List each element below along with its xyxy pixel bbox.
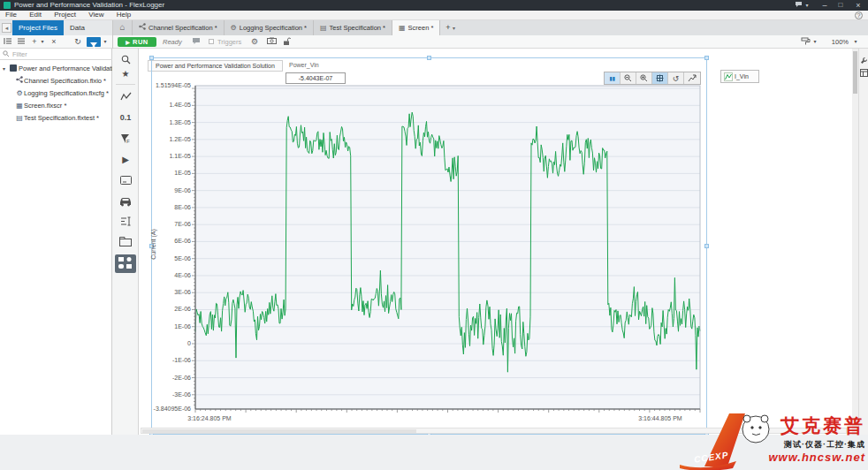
selection-handle[interactable]: [704, 244, 709, 248]
horizontal-scrollbar-thumb[interactable]: [142, 429, 416, 433]
tab-test-specification[interactable]: ▤ Test Specification *: [314, 20, 392, 35]
tab-home[interactable]: ⌂: [113, 20, 133, 35]
tree-item-channel-spec[interactable]: Channel Specification.flxio *: [15, 75, 106, 87]
zoom-out-icon: [624, 74, 632, 82]
selection-handle[interactable]: [149, 56, 154, 60]
pause-button[interactable]: ▮▮: [605, 72, 621, 84]
screenshot-icon[interactable]: [265, 37, 278, 48]
y-tick-label: -2E-06: [172, 375, 191, 381]
tab-channel-specification[interactable]: Channel Specification *: [133, 20, 225, 35]
tab-label: Logging Specification *: [240, 20, 307, 35]
menu-view[interactable]: View: [83, 11, 109, 19]
add-caret-icon[interactable]: ▾: [39, 37, 46, 47]
dashboard-tool-selected[interactable]: [115, 254, 136, 273]
zoom-caret-icon[interactable]: ▾: [852, 37, 859, 47]
test-spec-icon: ▤: [15, 112, 24, 124]
tree-item-logging-spec[interactable]: ⚙Logging Specification.flxcfg *: [15, 87, 109, 99]
zoom-level[interactable]: 100%: [832, 37, 849, 47]
y-tick-label: 8E-06: [174, 204, 191, 210]
left-panel-tabs: ◂ Project Files Data: [0, 20, 113, 35]
app-icon: [4, 2, 11, 9]
y-tick-label: 1.3E-05: [169, 119, 191, 125]
reset-zoom-button[interactable]: ↺: [668, 72, 684, 84]
menu-edit[interactable]: Edit: [24, 11, 47, 19]
svg-text:F: F: [126, 139, 130, 144]
style-roller-icon[interactable]: [799, 37, 811, 49]
add-item-icon[interactable]: +: [30, 37, 39, 47]
tree-toolbar: + ▾ × ↻ ▾: [0, 35, 113, 49]
numeric-indicator-tool[interactable]: 0.1: [112, 113, 139, 122]
tab-project-files[interactable]: Project Files: [12, 20, 64, 35]
maximize-button[interactable]: □: [834, 0, 847, 11]
pan-icon: [656, 74, 664, 82]
tab-data[interactable]: Data: [64, 20, 91, 35]
y-tick-label: 2E-06: [174, 306, 191, 312]
textbox-tool-icon[interactable]: [112, 176, 139, 186]
panel-grid-icon[interactable]: [859, 64, 868, 80]
run-button[interactable]: ▶ RUN: [118, 37, 156, 47]
menu-file[interactable]: File: [0, 11, 22, 19]
triggers-checkbox[interactable]: [209, 39, 214, 44]
selection-handle[interactable]: [427, 56, 431, 60]
tab-screen[interactable]: ▦ Screen *: [392, 20, 440, 35]
flexlogger-window: Power and Performance Validation - FlexL…: [0, 0, 868, 470]
tree-item-screen[interactable]: ▦Screen.flxscr *: [15, 100, 66, 111]
help-icon[interactable]: ?: [855, 11, 863, 19]
screen-canvas[interactable]: Power and Performance Validation Solutio…: [139, 49, 852, 435]
remove-item-icon[interactable]: ×: [49, 37, 58, 47]
vehicle-tool-icon[interactable]: [112, 195, 139, 208]
vertical-scrollbar[interactable]: [852, 49, 858, 435]
test-spec-icon: ▤: [320, 20, 327, 35]
selection-handle[interactable]: [704, 56, 709, 60]
channel-spec-icon: [139, 20, 146, 35]
filter-caret-icon[interactable]: ▾: [102, 37, 109, 47]
comment-bubble-icon[interactable]: [191, 37, 202, 48]
play-icon: ▶: [126, 40, 130, 45]
menu-help[interactable]: Help: [111, 11, 136, 19]
container-tool-icon[interactable]: [112, 237, 139, 248]
play-control-tool-icon[interactable]: ▶: [112, 155, 139, 164]
list-view-icon[interactable]: [16, 37, 27, 48]
status-text: Ready: [163, 37, 182, 47]
waveform-chart[interactable]: [190, 84, 702, 414]
chevron-down-icon: ▾: [453, 26, 455, 31]
tree-expand-arrow-icon[interactable]: ▾: [3, 64, 10, 75]
vertical-scrollbar-thumb[interactable]: [853, 51, 857, 94]
y-tick-label: 1.1E-05: [169, 153, 191, 159]
y-tick-label: -1E-06: [172, 357, 191, 363]
pan-button[interactable]: [652, 72, 668, 84]
filter-funnel-button[interactable]: [87, 37, 101, 47]
tree-item-test-spec[interactable]: ▤Test Specification.flxtest *: [15, 112, 99, 124]
style-caret-icon[interactable]: ▾: [811, 37, 819, 47]
tab-logging-specification[interactable]: ⚙ Logging Specification *: [225, 20, 314, 35]
new-document-button[interactable]: + ▾: [440, 20, 461, 35]
probe-value-box[interactable]: -5.4043E-07: [286, 72, 346, 84]
settings-gear-icon[interactable]: ⚙: [249, 37, 260, 47]
logo-website[interactable]: www.hncsw.net: [768, 451, 865, 464]
back-arrow-icon[interactable]: ◂: [2, 23, 11, 33]
favorites-star-icon[interactable]: ★: [112, 69, 139, 79]
search-tool-icon[interactable]: [112, 55, 139, 66]
chart-legend[interactable]: I_Vin: [720, 70, 759, 83]
tree-root-project[interactable]: ▾Power and Performance Validatio...: [3, 63, 122, 74]
close-button[interactable]: ×: [852, 0, 864, 11]
minimize-button[interactable]: –: [819, 0, 831, 11]
zoom-in-button[interactable]: [636, 72, 652, 84]
feedback-caret-icon[interactable]: ▾: [801, 0, 813, 11]
refresh-icon[interactable]: ↻: [72, 37, 83, 47]
graph-tool-icon[interactable]: [112, 92, 139, 103]
slider-tool-icon[interactable]: [112, 216, 139, 228]
filter-input[interactable]: Filter: [0, 49, 112, 60]
search-icon: [3, 50, 10, 57]
menu-project[interactable]: Project: [49, 11, 81, 19]
collapse-tree-icon[interactable]: [3, 37, 13, 48]
logo-doodle-icon: [742, 415, 769, 443]
y-tick-label: 3E-06: [174, 289, 191, 295]
formula-flag-tool-icon[interactable]: F: [112, 133, 139, 146]
tab-label: Screen *: [408, 20, 434, 35]
autoscale-button[interactable]: [684, 72, 700, 84]
unlock-icon[interactable]: [281, 37, 292, 49]
pause-icon: ▮▮: [609, 75, 615, 81]
project-files-panel: Filter ▾Power and Performance Validatio.…: [0, 49, 112, 435]
zoom-out-button[interactable]: [621, 72, 636, 84]
